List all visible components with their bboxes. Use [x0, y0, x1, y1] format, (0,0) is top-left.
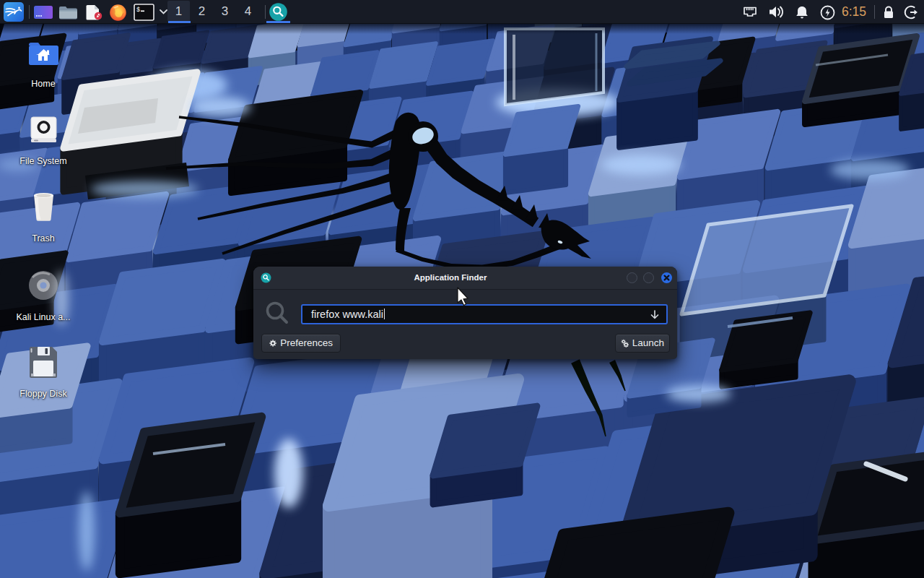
svg-text:$: $: [136, 7, 140, 14]
